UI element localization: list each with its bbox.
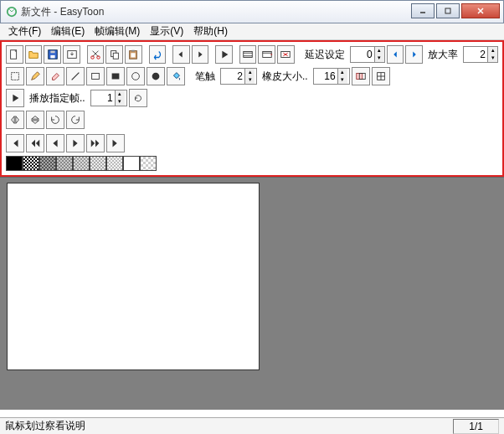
spin-up-icon[interactable]: ▴ [115,90,125,98]
spin-up-icon[interactable]: ▴ [337,69,347,76]
svg-rect-18 [262,52,271,58]
loop-button[interactable] [129,89,147,107]
menu-help[interactable]: 帮助(H) [188,23,233,40]
pattern-swatch[interactable] [73,156,90,171]
nav-right-button[interactable] [405,45,423,64]
brush-input[interactable] [221,70,244,82]
delay-input[interactable] [351,49,374,60]
rect-button[interactable] [86,67,105,85]
pattern-swatch[interactable] [106,156,123,171]
first-button[interactable] [6,134,24,152]
pattern-swatch[interactable] [23,156,39,171]
rotate-ccw-button[interactable] [66,111,85,129]
insert-frame-before-button[interactable] [239,45,257,64]
toolbar-area: 延迟设定 ▴▾ 放大率 ▴▾ 笔触 ▴▾ 橡皮大小.. ▴▾ 播放指定帧.. ▴… [0,40,504,177]
playframe-label: 播放指定帧.. [26,91,89,106]
spin-up-icon[interactable]: ▴ [244,69,255,76]
cut-button[interactable] [87,45,105,64]
title-bar: 新文件 - EasyToon [0,0,504,23]
grid-button[interactable] [372,67,390,85]
undo-button[interactable] [149,45,167,64]
save-button[interactable] [44,45,61,64]
svg-point-26 [152,73,160,80]
rewind-button[interactable] [26,134,44,152]
maximize-button[interactable] [436,3,460,18]
toolbar-transform [3,109,501,131]
forward-button[interactable] [66,134,85,152]
window-title: 新文件 - EasyToon [21,5,409,19]
nav-left-button[interactable] [387,45,404,64]
status-bar: 鼠标划过察看说明 1/1 [0,417,504,434]
menu-bar: 文件(F) 编辑(E) 帧编辑(M) 显示(V) 帮助(H) [0,23,504,40]
open-button[interactable] [25,45,43,64]
pattern-swatch[interactable] [90,156,106,171]
svg-rect-14 [131,53,136,57]
last-button[interactable] [106,134,125,152]
flip-h-button[interactable] [6,111,24,129]
pattern-swatch[interactable] [56,156,73,171]
pattern-swatch[interactable] [6,156,23,171]
paste-button[interactable] [125,45,142,64]
circle-fill-button[interactable] [147,67,165,85]
spin-down-icon[interactable]: ▾ [115,98,125,106]
onion-skin-button[interactable] [352,67,370,85]
pattern-swatch[interactable] [123,156,140,171]
playframe-spinner[interactable]: ▴▾ [90,90,127,106]
toolbar-main: 延迟设定 ▴▾ 放大率 ▴▾ [3,44,501,65]
zoom-label: 放大率 [424,48,461,62]
eraser-label: 橡皮大小.. [259,70,311,84]
play-button[interactable] [215,45,233,64]
eraser-input[interactable] [314,70,337,82]
spin-down-icon[interactable]: ▾ [487,54,497,62]
eraser-button[interactable] [46,67,64,85]
minimize-button[interactable] [411,3,435,18]
fastforward-button[interactable] [86,134,105,152]
menu-view[interactable]: 显示(V) [145,23,188,40]
new-button[interactable] [6,45,23,64]
playback-controls [3,131,501,156]
close-button[interactable] [461,3,500,18]
delete-frame-button[interactable] [277,45,295,64]
spin-up-icon[interactable]: ▴ [374,47,384,54]
canvas[interactable] [7,183,260,370]
play-range-button[interactable] [6,89,24,107]
copy-button[interactable] [105,45,123,64]
line-button[interactable] [66,67,85,85]
zoom-spinner[interactable]: ▴▾ [463,46,498,63]
spin-down-icon[interactable]: ▾ [244,76,255,84]
fill-button[interactable] [167,67,185,85]
playframe-input[interactable] [91,92,115,104]
svg-rect-2 [445,8,450,13]
spin-down-icon[interactable]: ▾ [337,76,347,84]
app-icon [6,6,18,18]
spin-up-icon[interactable]: ▴ [487,47,497,54]
rect-fill-button[interactable] [106,67,125,85]
pattern-swatch[interactable] [140,156,157,171]
back-button[interactable] [46,134,64,152]
svg-line-22 [72,73,80,80]
menu-file[interactable]: 文件(F) [3,23,46,40]
svg-rect-21 [12,73,19,80]
flip-v-button[interactable] [26,111,44,129]
next-frame-button[interactable] [192,45,209,64]
eraser-spinner[interactable]: ▴▾ [313,68,350,85]
svg-rect-23 [92,74,100,80]
zoom-input[interactable] [464,49,487,60]
menu-frame[interactable]: 帧编辑(M) [90,23,145,40]
rotate-cw-button[interactable] [46,111,64,129]
menu-edit[interactable]: 编辑(E) [46,23,90,40]
export-button[interactable] [63,45,80,64]
svg-rect-5 [50,55,54,59]
delay-label: 延迟设定 [301,48,348,62]
circle-button[interactable] [126,67,145,85]
brush-spinner[interactable]: ▴▾ [220,68,257,85]
prev-frame-button[interactable] [172,45,190,64]
insert-frame-after-button[interactable] [258,45,275,64]
delay-spinner[interactable]: ▴▾ [350,46,385,63]
pattern-swatch[interactable] [39,156,56,171]
pencil-button[interactable] [26,67,44,85]
spin-down-icon[interactable]: ▾ [374,54,384,62]
select-rect-button[interactable] [6,67,24,85]
svg-rect-13 [132,50,136,52]
svg-rect-11 [113,53,118,59]
